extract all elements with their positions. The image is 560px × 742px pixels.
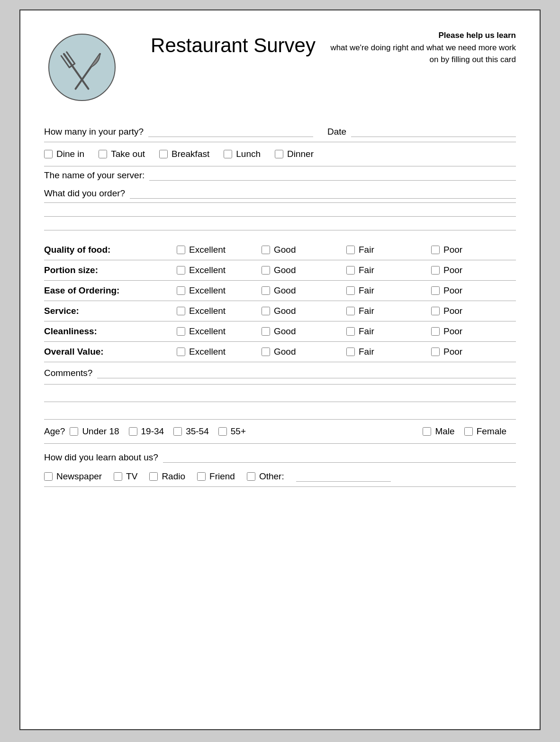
other-label: Other: [259, 471, 284, 482]
subtitle-bold: Please help us learn [327, 29, 516, 42]
value-excellent[interactable]: Excellent [177, 347, 262, 357]
value-label: Overall Value: [44, 347, 177, 357]
ease-options: Excellent Good Fair Poor [177, 285, 516, 296]
ease-excellent[interactable]: Excellent [177, 285, 262, 296]
survey-page: Restaurant Survey Please help us learn w… [19, 9, 541, 730]
sources-row: Newspaper TV Radio Friend Other: [44, 467, 516, 487]
source-other[interactable]: Other: [247, 471, 284, 482]
date-input[interactable] [351, 127, 516, 137]
portion-poor[interactable]: Poor [431, 265, 516, 275]
restaurant-icon [44, 29, 120, 105]
service-fair[interactable]: Fair [346, 306, 431, 316]
breakfast-checkbox[interactable] [159, 150, 168, 158]
portion-fair[interactable]: Fair [346, 265, 431, 275]
age-label: Age? [44, 426, 65, 437]
cleanliness-fair[interactable]: Fair [346, 326, 431, 337]
extra-line-1 [44, 203, 516, 217]
ease-row: Ease of Ordering: Excellent Good Fair Po… [44, 281, 516, 301]
dine-in-option[interactable]: Dine in [44, 149, 84, 159]
lunch-option[interactable]: Lunch [224, 149, 261, 159]
page-title: Restaurant Survey [139, 34, 327, 57]
comments-label: Comments? [44, 368, 92, 378]
other-input[interactable] [296, 471, 391, 482]
dine-in-checkbox[interactable] [44, 150, 53, 158]
quality-poor[interactable]: Poor [431, 245, 516, 255]
lunch-checkbox[interactable] [224, 150, 232, 158]
meal-type-row: Dine in Take out Breakfast Lunch Dinner [44, 142, 516, 166]
order-label: What did you order? [44, 188, 125, 199]
gender-male[interactable]: Male [423, 426, 454, 437]
cleanliness-options: Excellent Good Fair Poor [177, 326, 516, 337]
age-under18[interactable]: Under 18 [70, 426, 119, 437]
service-label: Service: [44, 306, 177, 316]
logo-area [44, 29, 139, 108]
title-area: Restaurant Survey [139, 29, 327, 62]
subtitle-area: Please help us learn what we're doing ri… [327, 29, 516, 66]
server-row: The name of your server: [44, 166, 516, 184]
breakfast-option[interactable]: Breakfast [159, 149, 209, 159]
party-label: How many in your party? [44, 127, 144, 137]
party-date-row: How many in your party? Date [44, 122, 516, 142]
value-options: Excellent Good Fair Poor [177, 347, 516, 357]
quality-good[interactable]: Good [262, 245, 346, 255]
dinner-checkbox[interactable] [275, 150, 283, 158]
server-input[interactable] [149, 170, 516, 181]
order-row: What did you order? [44, 184, 516, 202]
server-section: The name of your server: What did you or… [44, 166, 516, 203]
source-radio[interactable]: Radio [149, 471, 185, 482]
service-options: Excellent Good Fair Poor [177, 306, 516, 316]
portion-options: Excellent Good Fair Poor [177, 265, 516, 275]
cleanliness-row: Cleanliness: Excellent Good Fair Poor [44, 321, 516, 342]
quality-food-row: Quality of food: Excellent Good Fair Poo… [44, 240, 516, 260]
cleanliness-excellent[interactable]: Excellent [177, 326, 262, 337]
quality-excellent[interactable]: Excellent [177, 245, 262, 255]
cleanliness-poor[interactable]: Poor [431, 326, 516, 337]
cleanliness-good[interactable]: Good [262, 326, 346, 337]
source-friend[interactable]: Friend [197, 471, 235, 482]
service-poor[interactable]: Poor [431, 306, 516, 316]
portion-excellent[interactable]: Excellent [177, 265, 262, 275]
comments-line-1 [44, 385, 516, 402]
ratings-section: Quality of food: Excellent Good Fair Poo… [44, 240, 516, 362]
age-row: Age? Under 18 19-34 35-54 55+ Male Femal… [44, 420, 516, 444]
date-label: Date [327, 127, 346, 137]
value-good[interactable]: Good [262, 347, 346, 357]
dinner-option[interactable]: Dinner [275, 149, 314, 159]
value-row: Overall Value: Excellent Good Fair Poor [44, 342, 516, 362]
service-good[interactable]: Good [262, 306, 346, 316]
take-out-checkbox[interactable] [99, 150, 107, 158]
comments-row: Comments? [44, 362, 516, 385]
gender-female[interactable]: Female [464, 426, 506, 437]
age-19-34[interactable]: 19-34 [129, 426, 164, 437]
take-out-option[interactable]: Take out [99, 149, 145, 159]
learn-input[interactable] [163, 452, 516, 463]
learn-row: How did you learn about us? [44, 449, 516, 467]
portion-label: Portion size: [44, 265, 177, 275]
age-35-54[interactable]: 35-54 [173, 426, 209, 437]
quality-fair[interactable]: Fair [346, 245, 431, 255]
learn-section: How did you learn about us? Newspaper TV… [44, 449, 516, 487]
party-input[interactable] [148, 127, 313, 137]
svg-point-0 [49, 34, 115, 101]
quality-food-options: Excellent Good Fair Poor [177, 245, 516, 255]
ease-fair[interactable]: Fair [346, 285, 431, 296]
service-row: Service: Excellent Good Fair Poor [44, 301, 516, 321]
value-poor[interactable]: Poor [431, 347, 516, 357]
server-label: The name of your server: [44, 170, 145, 181]
extra-line-2 [44, 217, 516, 230]
comments-input[interactable] [97, 368, 516, 378]
ease-good[interactable]: Good [262, 285, 346, 296]
source-tv[interactable]: TV [114, 471, 137, 482]
quality-food-label: Quality of food: [44, 245, 177, 255]
service-excellent[interactable]: Excellent [177, 306, 262, 316]
age-55plus[interactable]: 55+ [218, 426, 246, 437]
ease-poor[interactable]: Poor [431, 285, 516, 296]
order-input[interactable] [130, 188, 516, 199]
subtitle-text: what we're doing right and what we need … [330, 43, 516, 64]
portion-good[interactable]: Good [262, 265, 346, 275]
header: Restaurant Survey Please help us learn w… [44, 29, 516, 108]
portion-row: Portion size: Excellent Good Fair Poor [44, 260, 516, 281]
learn-label: How did you learn about us? [44, 452, 158, 463]
value-fair[interactable]: Fair [346, 347, 431, 357]
source-newspaper[interactable]: Newspaper [44, 471, 102, 482]
